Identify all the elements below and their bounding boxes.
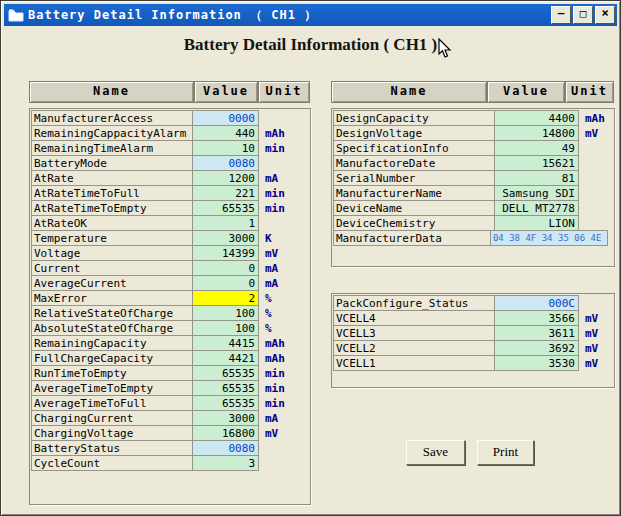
- row-unit: min: [259, 185, 285, 201]
- row-unit: mA: [259, 275, 278, 291]
- column-header-name: Name: [29, 81, 194, 103]
- row-name: VCELL4: [333, 310, 495, 326]
- row-unit: %: [259, 305, 272, 321]
- table-row: Voltage14399mV: [31, 245, 310, 261]
- column-header-unit: Unit: [565, 81, 614, 103]
- row-value: 0: [192, 260, 259, 276]
- table-row: AbsoluteStateOfCharge100%: [31, 320, 310, 336]
- row-name: BatteryMode: [31, 155, 193, 171]
- minimize-icon[interactable]: –: [551, 6, 571, 24]
- table-row: Temperature3000K: [31, 230, 310, 246]
- row-name: ManufactoreDate: [333, 155, 495, 171]
- column-header-name: Name: [331, 81, 487, 103]
- row-value: 4400: [494, 110, 579, 126]
- row-name: AverageCurrent: [31, 275, 193, 291]
- table-row: AtRateTimeToEmpty65535min: [31, 200, 310, 216]
- row-value: 4421: [192, 350, 259, 366]
- table-row: ChargingVoltage16800mV: [31, 425, 310, 441]
- table-row: SerialNumber81: [333, 170, 614, 186]
- row-unit: mAh: [259, 350, 285, 366]
- row-value: 440: [192, 125, 259, 141]
- maximize-icon[interactable]: □: [573, 6, 593, 24]
- row-unit: mV: [579, 355, 598, 371]
- table-row: DeviceChemistryLION: [333, 215, 614, 231]
- row-value: 3611: [494, 325, 579, 341]
- row-value: 16800: [192, 425, 259, 441]
- row-name: RemainingTimeAlarm: [31, 140, 193, 156]
- row-name: MaxError: [31, 290, 193, 306]
- row-name: AtRate: [31, 170, 193, 186]
- table-row: ChargingCurrent3000mA: [31, 410, 310, 426]
- row-unit: [579, 170, 585, 186]
- row-name: VCELL3: [333, 325, 495, 341]
- table-row: DesignCapacity4400mAh: [333, 110, 614, 126]
- row-name: Current: [31, 260, 193, 276]
- row-value: 4415: [192, 335, 259, 351]
- row-name: RemainingCapacity: [31, 335, 193, 351]
- row-unit: %: [259, 320, 272, 336]
- table-row: RemainingTimeAlarm10min: [31, 140, 310, 156]
- table-row: VCELL23692mV: [333, 340, 614, 356]
- title-bar[interactable]: Battery Detail Information （ CH1 ） – □ ×: [4, 4, 617, 26]
- row-unit: mV: [259, 425, 278, 441]
- row-unit: [579, 185, 585, 201]
- table-row: AtRateTimeToFull221min: [31, 185, 310, 201]
- table-row: CycleCount3: [31, 455, 310, 471]
- table-row: MaxError2%: [31, 290, 310, 306]
- row-unit: K: [259, 230, 272, 246]
- row-value: 49: [494, 140, 579, 156]
- print-button[interactable]: Print: [477, 440, 534, 465]
- row-name: BatteryStatus: [31, 440, 193, 456]
- table-row: BatteryStatus0080: [31, 440, 310, 456]
- window-title: Battery Detail Information （ CH1 ）: [28, 7, 549, 24]
- row-name: CycleCount: [31, 455, 193, 471]
- row-name: PackConfigure_Status: [333, 295, 495, 311]
- table-row: VCELL13530mV: [333, 355, 614, 371]
- row-name: ChargingCurrent: [31, 410, 193, 426]
- row-name: AverageTimeToEmpty: [31, 380, 193, 396]
- row-name: ManufacturerAccess: [31, 110, 193, 126]
- table-row: PackConfigure_Status000C: [333, 295, 614, 311]
- right-table-bottom: PackConfigure_Status000CVCELL43566mVVCEL…: [331, 293, 615, 388]
- table-row: ManufacturerData04 38 4F 34 35 06 4E: [333, 230, 614, 246]
- table-row: ManufacturerNameSamsung SDI: [333, 185, 614, 201]
- row-unit: mV: [579, 325, 598, 341]
- column-header-value: Value: [487, 81, 565, 103]
- row-name: ChargingVoltage: [31, 425, 193, 441]
- table-row: AtRate1200mA: [31, 170, 310, 186]
- row-name: DesignVoltage: [333, 125, 495, 141]
- table-row: RemainingCappacityAlarm440mAh: [31, 125, 310, 141]
- row-value: 0000: [192, 110, 259, 126]
- table-row: RunTimeToEmpty65535min: [31, 365, 310, 381]
- row-unit: [259, 440, 265, 456]
- row-name: ManufacturerData: [333, 230, 491, 246]
- row-value: 14800: [494, 125, 579, 141]
- row-name: VCELL2: [333, 340, 495, 356]
- row-value: 3530: [494, 355, 579, 371]
- row-unit: mV: [579, 340, 598, 356]
- table-row: RemainingCapacity4415mAh: [31, 335, 310, 351]
- row-name: VCELL1: [333, 355, 495, 371]
- row-unit: [259, 110, 265, 126]
- app-folder-icon: [8, 8, 24, 22]
- row-unit: min: [259, 380, 285, 396]
- row-unit: mA: [259, 170, 278, 186]
- save-button[interactable]: Save: [406, 440, 465, 465]
- table-row: VCELL33611mV: [333, 325, 614, 341]
- row-name: RelativeStateOfCharge: [31, 305, 193, 321]
- row-value: 2: [192, 290, 259, 306]
- row-unit: mA: [259, 260, 278, 276]
- battery-detail-window: Battery Detail Information （ CH1 ） – □ ×…: [0, 0, 621, 516]
- row-unit: mV: [259, 245, 278, 261]
- row-unit: [608, 230, 614, 246]
- table-row: RelativeStateOfCharge100%: [31, 305, 310, 321]
- table-row: BatteryMode0080: [31, 155, 310, 171]
- row-value: 65535: [192, 395, 259, 411]
- row-value: 15621: [494, 155, 579, 171]
- row-name: AverageTimeToFull: [31, 395, 193, 411]
- row-value: 000C: [494, 295, 579, 311]
- left-table: ManufacturerAccess0000RemainingCappacity…: [29, 108, 311, 505]
- row-unit: [579, 155, 585, 171]
- close-icon[interactable]: ×: [595, 6, 615, 24]
- row-unit: mAh: [579, 110, 605, 126]
